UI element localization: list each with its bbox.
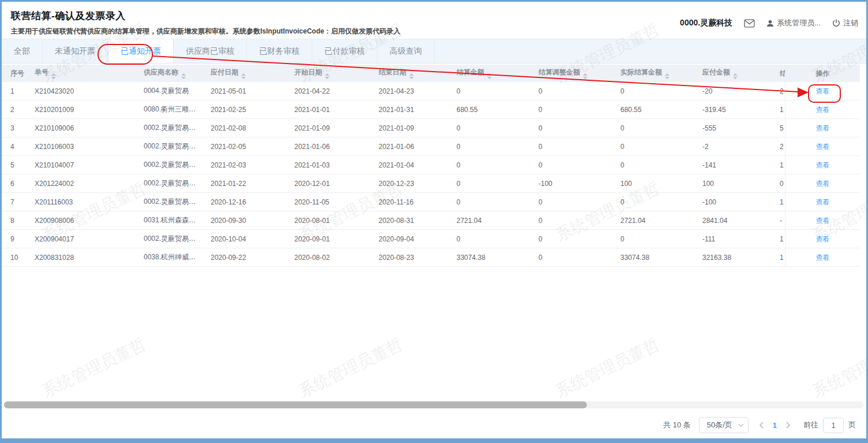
cell-order_no: X201224002 [26,180,135,188]
horizontal-scrollbar-track[interactable] [4,401,863,408]
column-header-due_date[interactable]: 应付日期 [202,68,286,79]
column-header-label: 应付金额 [702,68,730,76]
column-header-label: 结束日期 [379,68,406,76]
logout-button[interactable]: 注销 [832,18,858,28]
view-link[interactable]: 查看 [816,198,830,206]
cell-action: 查看 [785,193,860,211]
cell-clipped: 1 [771,161,785,169]
cell-start_date: 2021-01-09 [286,124,370,132]
cell-payable: -2 [694,143,771,151]
mail-icon [744,19,755,28]
cell-end_date: 2021-01-04 [370,161,448,169]
tab-finance-audited[interactable]: 已财务审核 [247,39,312,63]
cell-start_date: 2020-08-01 [286,217,370,225]
cell-action: 查看 [785,211,860,229]
column-header-action: 操作 [785,65,860,82]
column-header-payable[interactable]: 应付金额 [694,68,771,79]
sort-caret-icon[interactable] [583,73,588,79]
cell-supplier: 0002.灵蕨贸易有限公 [135,197,202,207]
view-link[interactable]: 查看 [816,87,830,95]
next-page-button[interactable] [786,422,791,429]
horizontal-scrollbar-thumb[interactable] [4,401,587,408]
cell-action: 查看 [785,174,860,192]
column-header-supplier[interactable]: 供应商名称 [135,68,202,79]
column-header-order_no[interactable]: 单号 [26,68,135,79]
view-link[interactable]: 查看 [816,235,830,243]
page-header: 联营结算-确认及发票录入 主要用于供应链联营代营供应商的结算单管理，供应商新增发… [2,2,866,39]
cell-clipped: 2 [771,87,785,95]
cell-supplier: 0002.灵蕨贸易有限公 [135,142,202,151]
column-header-settlement[interactable]: 结算金额 [448,68,530,79]
cell-payable: -141 [694,161,771,169]
cell-order_no: X210106003 [26,143,135,151]
tab-not-notified[interactable]: 未通知开票 [43,39,108,63]
prev-page-button[interactable] [759,422,764,429]
goto-page-input[interactable] [823,418,844,433]
pagination-bar: 共 10 条 50条/页 1 前往 页 [663,417,856,433]
sort-caret-icon[interactable] [325,73,330,79]
cell-settlement: 0 [448,143,530,151]
column-header-actual[interactable]: 实际结算金额 [612,68,694,79]
cell-seq: 3 [2,124,26,132]
watermark-text: 系统管理员董哲 [809,333,868,403]
tab-supplier-audited[interactable]: 供应商已审核 [174,39,247,63]
cell-end_date: 2020-08-31 [370,217,448,225]
cell-start_date: 2020-09-01 [286,235,370,243]
tab-notified[interactable]: 已通知开票 [108,39,174,63]
tab-advanced-search[interactable]: 高级查询 [377,39,435,63]
goto-label: 前往 [803,420,818,430]
sort-caret-icon[interactable] [665,73,669,79]
cell-end_date: 2021-01-06 [370,143,448,151]
user-menu[interactable]: 系统管理员... [766,18,821,28]
cell-adjustment: 0 [530,217,612,225]
view-link[interactable]: 查看 [816,180,830,188]
cell-actual: 680.55 [612,106,694,114]
sort-caret-icon[interactable] [181,73,186,79]
tab-all[interactable]: 全部 [2,39,43,63]
cell-due_date: 2021-02-05 [202,143,286,151]
cell-payable: -111 [694,235,771,243]
view-link[interactable]: 查看 [816,254,830,262]
sort-caret-icon[interactable] [487,73,492,79]
cell-settlement: 0 [448,124,530,132]
page-size-select[interactable]: 50条/页 [699,417,749,433]
cell-start_date: 2020-11-05 [286,198,370,206]
view-link[interactable]: 查看 [816,161,830,169]
cell-order_no: X200831028 [26,254,135,262]
cell-order_no: X210104007 [26,161,135,169]
cell-supplier: 0002.灵蕨贸易有限公 [135,160,202,170]
tab-payment-audited[interactable]: 已付款审核 [312,39,377,63]
cell-clipped: - [771,217,785,225]
user-name: 系统管理员... [777,18,821,28]
view-link[interactable]: 查看 [816,217,830,225]
sort-caret-icon[interactable] [51,73,56,79]
cell-action: 查看 [785,156,860,174]
page-unit-label: 页 [848,420,856,430]
sort-caret-icon[interactable] [241,73,246,79]
cell-clipped: 2 [771,143,785,151]
cell-due_date: 2020-09-22 [202,254,286,262]
sort-caret-icon[interactable] [409,73,414,79]
cell-payable: -20 [694,87,771,95]
table-row: 1X2104230200004.灵蕨贸易2021-05-012021-04-22… [2,82,860,100]
cell-adjustment: 0 [530,106,612,114]
column-header-end_date[interactable]: 结束日期 [370,68,448,79]
column-header-label: 应付日期 [211,68,238,76]
table-body: 1X2104230200004.灵蕨贸易2021-05-012021-04-22… [2,82,860,267]
cell-action: 查看 [785,248,860,266]
column-header-label: 开始日期 [294,68,322,76]
cell-adjustment: 0 [530,235,612,243]
view-link[interactable]: 查看 [816,143,830,151]
view-link[interactable]: 查看 [816,124,830,132]
sort-caret-icon[interactable] [733,73,738,79]
mail-button[interactable] [744,19,755,28]
view-link[interactable]: 查看 [816,106,830,114]
column-header-adjustment[interactable]: 结算调整金额 [530,68,612,79]
cell-start_date: 2020-12-01 [286,180,370,188]
cell-start_date: 2021-01-01 [286,106,370,114]
cell-seq: 1 [2,87,26,95]
cell-payable: -100 [694,198,771,206]
cell-payable: 32163.38 [694,254,771,262]
column-header-start_date[interactable]: 开始日期 [286,68,370,79]
page-number[interactable]: 1 [773,421,777,430]
